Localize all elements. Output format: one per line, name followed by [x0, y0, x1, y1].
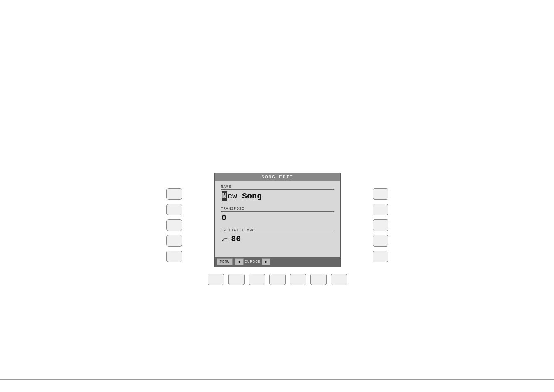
left-button-5[interactable]	[166, 251, 182, 262]
right-button-group	[373, 188, 388, 262]
right-button-3[interactable]	[373, 219, 388, 231]
bottom-button-2[interactable]	[228, 274, 245, 285]
left-button-group	[166, 188, 182, 262]
tempo-note-symbol: ♩=	[221, 236, 231, 243]
left-button-2[interactable]	[166, 204, 182, 215]
name-value: New Song	[221, 191, 263, 202]
name-rest: ew Song	[227, 191, 262, 201]
tempo-field-group: INITIAL TEMPO ♩= 80	[221, 228, 334, 244]
cursor-left-button[interactable]: ◄	[235, 258, 244, 265]
screen-toolbar: MENU ◄ CURSOR ►	[215, 257, 340, 267]
cursor-label: CURSOR	[245, 260, 261, 264]
tempo-label: INITIAL TEMPO	[221, 228, 334, 233]
bottom-divider	[0, 379, 554, 380]
bottom-button-5[interactable]	[290, 274, 306, 285]
screen-content: NAME New Song TRANSPOSE 0 INITIAL TEMPO …	[215, 181, 340, 257]
tempo-number: 80	[231, 234, 241, 244]
transpose-field-group: TRANSPOSE 0	[221, 207, 334, 224]
bottom-button-3[interactable]	[249, 274, 265, 285]
screen-title-bar: SONG EDIT	[215, 173, 340, 181]
transpose-value: 0	[221, 212, 334, 224]
tempo-value: ♩= 80	[221, 234, 334, 244]
right-button-1[interactable]	[373, 188, 388, 200]
bottom-button-7[interactable]	[331, 274, 347, 285]
cursor-control: ◄ CURSOR ►	[235, 258, 270, 265]
name-cursor-char: N	[222, 191, 227, 201]
cursor-right-button[interactable]: ►	[262, 258, 270, 265]
name-label: NAME	[221, 185, 334, 190]
name-field-group: NAME New Song	[221, 185, 334, 202]
left-button-3[interactable]	[166, 219, 182, 231]
screen-title: SONG EDIT	[261, 175, 293, 180]
bottom-button-6[interactable]	[310, 274, 327, 285]
left-button-4[interactable]	[166, 235, 182, 247]
menu-button[interactable]: MENU	[217, 258, 233, 265]
main-screen: SONG EDIT NAME New Song TRANSPOSE 0 INIT…	[214, 173, 341, 267]
bottom-button-1[interactable]	[208, 274, 224, 285]
left-button-1[interactable]	[166, 188, 182, 200]
right-button-4[interactable]	[373, 235, 388, 247]
right-button-2[interactable]	[373, 204, 388, 215]
device-container: SONG EDIT NAME New Song TRANSPOSE 0 INIT…	[189, 173, 366, 285]
bottom-button-group	[189, 274, 366, 285]
bottom-button-4[interactable]	[269, 274, 286, 285]
transpose-label: TRANSPOSE	[221, 207, 334, 212]
right-button-5[interactable]	[373, 251, 388, 262]
